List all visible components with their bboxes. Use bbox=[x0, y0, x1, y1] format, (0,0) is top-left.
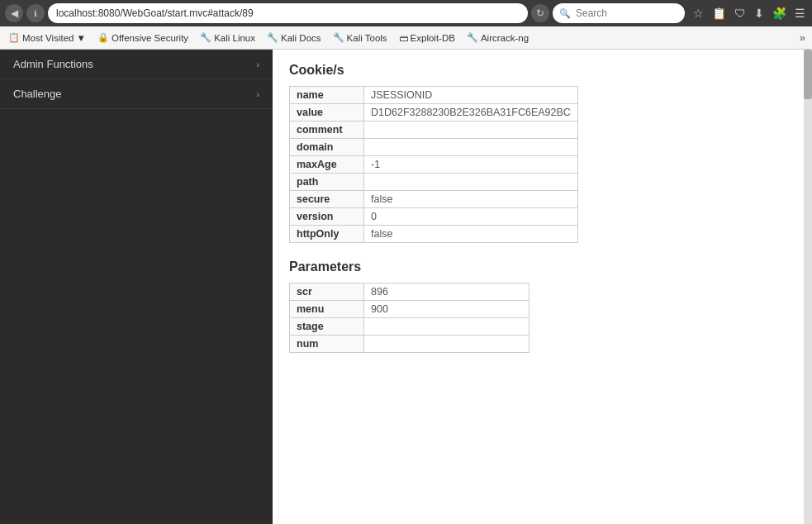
table-row: version 0 bbox=[290, 208, 578, 226]
bookmark-star-icon[interactable]: ☆ bbox=[691, 5, 705, 21]
exploit-db-icon: 🗃 bbox=[399, 33, 408, 43]
offensive-security-icon: 🔒 bbox=[97, 32, 109, 43]
sidebar-item-challenge[interactable]: Challenge › bbox=[0, 79, 273, 109]
cookie-field-httponly: httpOnly bbox=[290, 226, 364, 243]
bookmark-label: Aircrack-ng bbox=[481, 33, 529, 43]
bookmarks-bar: 📋 Most Visited ▼ 🔒 Offensive Security 🔧 … bbox=[0, 26, 812, 50]
browser-chrome: ◀ ℹ ↻ 🔍 ☆ 📋 🛡 ⬇ 🧩 ☰ bbox=[0, 0, 812, 26]
bookmark-kali-tools[interactable]: 🔧 Kali Tools bbox=[328, 31, 392, 45]
cookie-value-path bbox=[364, 174, 578, 191]
cookie-field-comment: comment bbox=[290, 121, 364, 139]
cookie-field-maxage: maxAge bbox=[290, 156, 364, 174]
cookie-value-maxage: -1 bbox=[364, 156, 578, 174]
cookie-field-path: path bbox=[290, 174, 364, 191]
main-area: Admin Functions › Challenge › Cookie/s n… bbox=[0, 50, 812, 524]
param-value-num bbox=[364, 336, 529, 353]
bookmark-label: Kali Tools bbox=[347, 33, 387, 43]
sidebar-item-admin-functions[interactable]: Admin Functions › bbox=[0, 50, 273, 79]
vertical-scrollbar[interactable] bbox=[804, 50, 812, 524]
parameters-table: scr 896 menu 900 stage num bbox=[289, 283, 529, 353]
cookie-value-value: D1D62F3288230B2E326BA31FC6EA92BC bbox=[364, 104, 578, 121]
table-row: num bbox=[290, 336, 529, 353]
cookie-field-domain: domain bbox=[290, 139, 364, 156]
table-row: path bbox=[290, 174, 578, 191]
toolbar-icons: ☆ 📋 🛡 ⬇ 🧩 ☰ bbox=[691, 5, 807, 21]
search-input[interactable] bbox=[553, 3, 685, 23]
sidebar: Admin Functions › Challenge › bbox=[0, 50, 273, 524]
bookmark-kali-linux[interactable]: 🔧 Kali Linux bbox=[195, 31, 260, 45]
url-bar-row: ◀ ℹ ↻ 🔍 ☆ 📋 🛡 ⬇ 🧩 ☰ bbox=[0, 0, 812, 26]
table-row: scr 896 bbox=[290, 283, 529, 301]
bookmark-label: Kali Linux bbox=[214, 33, 255, 43]
cookie-value-version: 0 bbox=[364, 208, 578, 226]
bookmark-offensive-security[interactable]: 🔒 Offensive Security bbox=[93, 31, 193, 45]
cookies-table: name JSESSIONID value D1D62F3288230B2E32… bbox=[289, 86, 578, 243]
chevron-right-icon: › bbox=[256, 60, 259, 69]
search-icon: 🔍 bbox=[559, 8, 571, 19]
shield-icon[interactable]: 🛡 bbox=[733, 5, 748, 21]
table-row: maxAge -1 bbox=[290, 156, 578, 174]
vertical-scrollbar-thumb[interactable] bbox=[804, 50, 812, 99]
table-row: domain bbox=[290, 139, 578, 156]
chevron-right-icon: › bbox=[256, 89, 259, 99]
param-value-menu: 900 bbox=[364, 301, 529, 318]
cookie-field-secure: secure bbox=[290, 191, 364, 208]
cookie-value-httponly: false bbox=[364, 226, 578, 243]
download-icon[interactable]: ⬇ bbox=[753, 5, 766, 21]
cookie-value-name: JSESSIONID bbox=[364, 87, 578, 104]
aircrack-ng-icon: 🔧 bbox=[467, 32, 478, 43]
param-value-stage bbox=[364, 318, 529, 336]
kali-linux-icon: 🔧 bbox=[200, 32, 211, 43]
most-visited-icon: 📋 bbox=[8, 32, 20, 43]
sidebar-item-label: Challenge bbox=[13, 88, 62, 100]
table-row: comment bbox=[290, 121, 578, 139]
bookmark-label: Offensive Security bbox=[112, 33, 188, 43]
content-panel[interactable]: Cookie/s name JSESSIONID value D1D62F328… bbox=[273, 50, 812, 524]
cookie-value-domain bbox=[364, 139, 578, 156]
url-input[interactable] bbox=[48, 3, 528, 23]
menu-icon[interactable]: ☰ bbox=[793, 5, 807, 21]
bookmark-label: Kali Docs bbox=[281, 33, 321, 43]
cookies-section-title: Cookie/s bbox=[289, 63, 795, 78]
bookmark-exploit-db[interactable]: 🗃 Exploit-DB bbox=[394, 31, 460, 45]
puzzle-icon[interactable]: 🧩 bbox=[771, 5, 788, 21]
table-row: name JSESSIONID bbox=[290, 87, 578, 104]
param-field-scr: scr bbox=[290, 283, 364, 301]
cookie-value-comment bbox=[364, 121, 578, 139]
table-row: stage bbox=[290, 318, 529, 336]
bookmark-most-visited[interactable]: 📋 Most Visited ▼ bbox=[3, 31, 91, 45]
param-field-menu: menu bbox=[290, 301, 364, 318]
param-value-scr: 896 bbox=[364, 283, 529, 301]
bookmarks-list-icon[interactable]: 📋 bbox=[710, 5, 728, 21]
search-wrap: 🔍 bbox=[553, 3, 685, 23]
reload-button[interactable]: ↻ bbox=[531, 4, 549, 22]
table-row: httpOnly false bbox=[290, 226, 578, 243]
param-field-stage: stage bbox=[290, 318, 364, 336]
bookmark-kali-docs[interactable]: 🔧 Kali Docs bbox=[262, 31, 326, 45]
cookie-value-secure: false bbox=[364, 191, 578, 208]
table-row: menu 900 bbox=[290, 301, 529, 318]
kali-tools-icon: 🔧 bbox=[333, 32, 344, 43]
table-row: secure false bbox=[290, 191, 578, 208]
info-button[interactable]: ℹ bbox=[26, 4, 45, 22]
param-field-num: num bbox=[290, 336, 364, 353]
bookmark-label: Exploit-DB bbox=[411, 33, 455, 43]
cookie-field-name: name bbox=[290, 87, 364, 104]
back-button[interactable]: ◀ bbox=[5, 4, 23, 22]
bookmark-aircrack-ng[interactable]: 🔧 Aircrack-ng bbox=[462, 31, 534, 45]
table-row: value D1D62F3288230B2E326BA31FC6EA92BC bbox=[290, 104, 578, 121]
bookmark-label: Most Visited ▼ bbox=[22, 33, 86, 43]
cookie-field-value: value bbox=[290, 104, 364, 121]
more-bookmarks-button[interactable]: » bbox=[796, 30, 809, 45]
content-inner: Cookie/s name JSESSIONID value D1D62F328… bbox=[273, 50, 812, 378]
kali-docs-icon: 🔧 bbox=[267, 32, 278, 43]
parameters-section-title: Parameters bbox=[289, 260, 795, 274]
cookie-field-version: version bbox=[290, 208, 364, 226]
sidebar-item-label: Admin Functions bbox=[13, 58, 93, 70]
